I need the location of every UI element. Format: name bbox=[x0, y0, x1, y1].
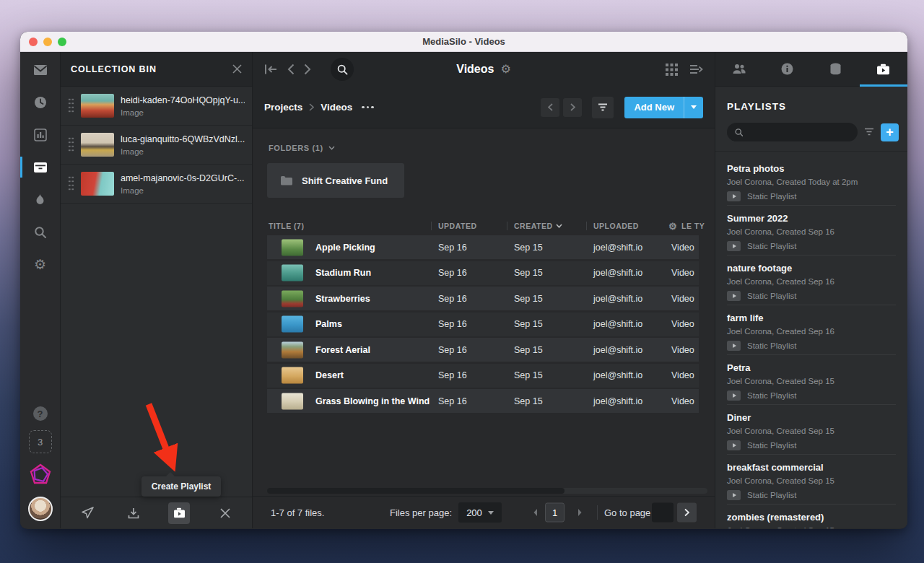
playlist-type: Static Playlist bbox=[747, 192, 796, 201]
playlists-search-field[interactable] bbox=[727, 123, 858, 141]
nav-analytics-icon[interactable] bbox=[20, 118, 61, 151]
file-created: Sep 15 bbox=[514, 268, 543, 278]
collapse-sidebar-icon[interactable] bbox=[264, 64, 278, 75]
file-updated: Sep 16 bbox=[438, 345, 467, 355]
playlists-search-input[interactable] bbox=[748, 127, 850, 137]
history-forward-icon[interactable] bbox=[304, 64, 311, 75]
tab-users-icon[interactable] bbox=[715, 52, 764, 86]
filter-icon[interactable] bbox=[592, 97, 614, 118]
column-uploaded[interactable]: UPLOADED bbox=[593, 222, 639, 230]
column-settings-gear-icon[interactable]: ⚙ bbox=[668, 221, 677, 232]
user-avatar[interactable] bbox=[28, 497, 53, 521]
playlist-item[interactable]: Petra Joel Corona, Created Sep 15 Static… bbox=[715, 355, 907, 405]
create-playlist-icon[interactable] bbox=[168, 502, 190, 524]
goto-page-button[interactable] bbox=[677, 503, 697, 523]
notification-count-badge[interactable]: 3 bbox=[29, 430, 52, 453]
next-page-icon[interactable] bbox=[578, 509, 583, 517]
collection-bin-item[interactable]: amel-majanovic-0s-D2GUrC-... Image bbox=[61, 165, 252, 204]
send-icon[interactable] bbox=[77, 502, 98, 524]
playlist-item[interactable]: breakfast commercial Joel Corona, Create… bbox=[715, 455, 907, 505]
bin-item-name: amel-majanovic-0s-D2GUrC-... bbox=[121, 173, 245, 183]
clear-bin-icon[interactable] bbox=[214, 502, 236, 524]
nav-activity-flame-icon[interactable] bbox=[20, 183, 61, 216]
bin-item-name: heidi-kaden-74OoHQOpjqY-u... bbox=[121, 95, 245, 105]
nav-settings-gear-icon[interactable]: ⚙ bbox=[20, 248, 61, 281]
nav-recent-icon[interactable] bbox=[20, 86, 61, 118]
file-type: Video bbox=[671, 370, 694, 380]
add-playlist-button[interactable]: + bbox=[881, 123, 899, 141]
drag-handle[interactable] bbox=[68, 136, 74, 153]
file-title: Forest Aerial bbox=[315, 345, 370, 355]
playlist-name: zombies (remastered) bbox=[727, 512, 896, 523]
table-row[interactable]: Forest Aerial Sep 16 Sep 15 joel@shift.i… bbox=[267, 338, 699, 362]
prev-page-icon[interactable] bbox=[533, 509, 538, 517]
breadcrumb-videos[interactable]: Videos bbox=[321, 102, 352, 113]
help-icon[interactable]: ? bbox=[33, 406, 48, 421]
collection-bin-item[interactable]: heidi-kaden-74OoHQOpjqY-u... Image bbox=[61, 87, 252, 126]
folders-collapse-icon[interactable] bbox=[328, 146, 335, 150]
playlist-item[interactable]: Summer 2022 Joel Corona, Created Sep 16 … bbox=[715, 206, 907, 256]
per-page-select[interactable]: 200 bbox=[458, 502, 502, 523]
file-title: Apple Picking bbox=[315, 243, 375, 253]
table-row[interactable]: Stadium Run Sep 16 Sep 15 joel@shift.io … bbox=[267, 261, 699, 285]
breadcrumb-more-icon[interactable] bbox=[362, 106, 374, 109]
current-page-button[interactable]: 1 bbox=[545, 503, 565, 523]
column-type[interactable]: LE TY bbox=[681, 222, 705, 230]
drag-handle[interactable] bbox=[68, 175, 74, 192]
table-row[interactable]: Apple Picking Sep 16 Sep 15 joel@shift.i… bbox=[267, 235, 699, 259]
list-view-icon[interactable] bbox=[689, 64, 703, 76]
breadcrumb-projects[interactable]: Projects bbox=[264, 102, 302, 113]
add-new-dropdown-icon[interactable] bbox=[684, 97, 703, 118]
playlist-item[interactable]: Petra photos Joel Corona, Created Today … bbox=[715, 156, 907, 206]
bin-item-thumbnail bbox=[81, 133, 114, 157]
playlist-item[interactable]: nature footage Joel Corona, Created Sep … bbox=[715, 256, 907, 305]
playlist-meta: Joel Corona, Created Sep 15 bbox=[727, 377, 896, 385]
playlist-item[interactable]: farm life Joel Corona, Created Sep 16 St… bbox=[715, 305, 907, 355]
column-updated[interactable]: UPDATED bbox=[438, 222, 476, 230]
playlist-item[interactable]: Diner Joel Corona, Created Sep 15 Static… bbox=[715, 405, 907, 455]
file-updated: Sep 16 bbox=[438, 396, 467, 406]
nav-rail: ⚙ ? 3 bbox=[20, 52, 61, 528]
bin-item-type: Image bbox=[121, 147, 245, 156]
goto-page-input[interactable] bbox=[652, 503, 674, 523]
nav-collection-bin-icon[interactable] bbox=[20, 151, 61, 183]
drag-handle[interactable] bbox=[68, 97, 74, 114]
nav-mail-icon[interactable] bbox=[20, 53, 61, 86]
search-icon bbox=[735, 128, 743, 137]
static-playlist-icon bbox=[727, 191, 741, 201]
page-settings-gear-icon[interactable]: ⚙ bbox=[500, 64, 510, 75]
bin-item-type: Image bbox=[121, 108, 245, 117]
table-row[interactable]: Grass Blowing in the Wind Sep 16 Sep 15 … bbox=[267, 389, 699, 413]
collection-bin-close-icon[interactable] bbox=[232, 64, 242, 74]
collection-bin-title: COLLECTION BIN bbox=[71, 64, 157, 74]
page-prev-icon[interactable] bbox=[541, 98, 559, 117]
table-row[interactable]: Desert Sep 16 Sep 15 joel@shift.io Video bbox=[267, 364, 699, 388]
page-next-icon[interactable] bbox=[563, 98, 582, 117]
shift-logo[interactable] bbox=[28, 463, 53, 487]
annotation-red-arrow bbox=[133, 397, 198, 487]
tab-info-icon[interactable] bbox=[764, 52, 812, 86]
grid-view-icon[interactable] bbox=[666, 64, 678, 76]
minimize-window-button[interactable] bbox=[43, 38, 52, 46]
search-button[interactable] bbox=[331, 58, 354, 81]
table-header: TITLE (7) UPDATED CREATED UPLOADED ⚙ LE … bbox=[253, 217, 715, 235]
playlists-filter-icon[interactable] bbox=[864, 128, 874, 136]
close-window-button[interactable] bbox=[29, 38, 38, 46]
nav-search-icon[interactable] bbox=[20, 216, 61, 248]
table-row[interactable]: Palms Sep 16 Sep 15 joel@shift.io Video bbox=[267, 313, 699, 336]
tab-playlists-icon[interactable] bbox=[860, 52, 908, 86]
download-icon[interactable] bbox=[123, 502, 144, 524]
table-row[interactable]: Strawberries Sep 16 Sep 15 joel@shift.io… bbox=[267, 287, 699, 310]
file-created: Sep 15 bbox=[514, 345, 543, 355]
column-title[interactable]: TITLE (7) bbox=[269, 222, 304, 230]
collection-bin-item[interactable]: luca-gianquitto-6QWBzVdNzl... Image bbox=[61, 126, 252, 165]
history-back-icon[interactable] bbox=[287, 64, 295, 75]
zoom-window-button[interactable] bbox=[58, 38, 66, 46]
folder-card[interactable]: Shift Creative Fund bbox=[267, 163, 404, 198]
column-created[interactable]: CREATED bbox=[514, 222, 562, 230]
folder-name: Shift Creative Fund bbox=[302, 175, 388, 186]
horizontal-scrollbar-thumb[interactable] bbox=[267, 488, 565, 494]
playlist-item[interactable]: zombies (remastered) Joel Corona, Create… bbox=[715, 505, 907, 528]
tab-metadata-icon[interactable] bbox=[811, 52, 860, 86]
add-new-button[interactable]: Add New bbox=[624, 97, 703, 118]
